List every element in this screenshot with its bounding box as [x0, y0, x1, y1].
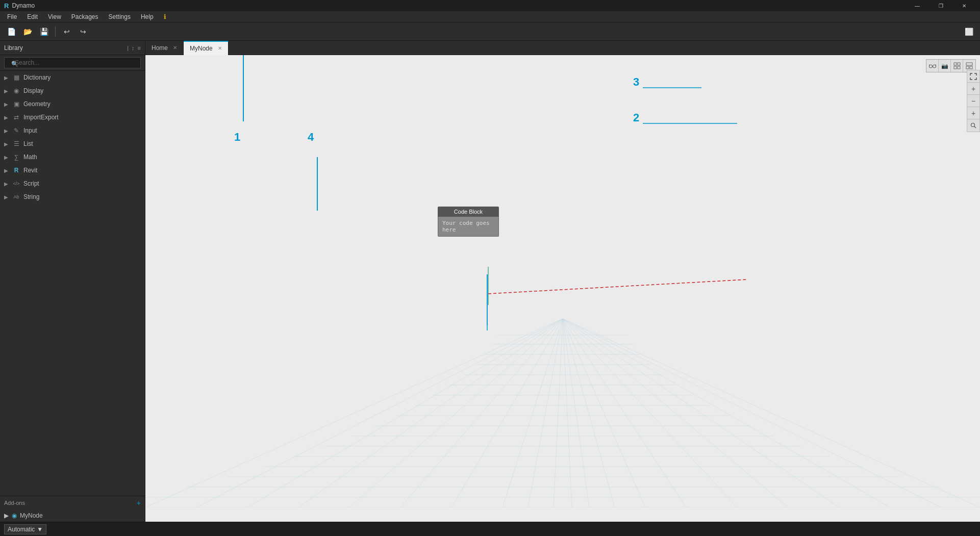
svg-rect-18 — [966, 66, 969, 69]
save-button[interactable]: 💾 — [37, 24, 51, 39]
expand-arrow: ▶ — [4, 101, 9, 107]
zoom-plus2-btn[interactable]: + — [967, 107, 979, 119]
code-block-node[interactable]: Code Block Your code goes here — [438, 207, 499, 237]
revit-icon: R — [12, 166, 20, 174]
run-mode-label: Automatic — [8, 526, 35, 533]
expand-arrow: ▶ — [4, 181, 9, 187]
redo-button[interactable]: ↪ — [76, 24, 90, 39]
sidebar-item-string[interactable]: ▶ Ab String — [0, 190, 145, 203]
sidebar-item-label: Script — [23, 180, 141, 187]
sidebar-item-display[interactable]: ▶ ◉ Display — [0, 84, 145, 97]
svg-point-9 — [933, 65, 936, 68]
math-icon: ∑ — [12, 153, 20, 161]
svg-point-8 — [929, 65, 932, 68]
svg-line-55 — [563, 319, 737, 507]
zoom-search-btn[interactable] — [967, 119, 979, 132]
svg-line-58 — [563, 319, 890, 507]
tab-home-label: Home — [152, 44, 168, 52]
expand-arrow: ▶ — [4, 88, 9, 94]
sidebar-item-importexport[interactable]: ▶ ⇄ ImportExport — [0, 111, 145, 124]
svg-line-60 — [563, 319, 980, 507]
canvas[interactable]: 1 4 2 3 Code Block Your code goes here — [145, 55, 980, 522]
svg-line-45 — [400, 319, 563, 507]
menu-file[interactable]: File — [2, 12, 22, 21]
tab-home-close[interactable]: ✕ — [173, 45, 177, 50]
search-input[interactable] — [4, 57, 141, 68]
open-button[interactable]: 📂 — [20, 24, 35, 39]
svg-rect-16 — [958, 66, 960, 69]
mynode-icon: ◉ — [12, 512, 17, 519]
minimize-button[interactable]: — — [906, 0, 929, 11]
tab-home[interactable]: Home ✕ — [145, 41, 184, 55]
svg-line-12 — [936, 64, 936, 66]
titlebar: R Dynamo — ❐ ✕ — [0, 0, 980, 11]
search-view-icon — [970, 122, 976, 129]
tab-mynode-close[interactable]: ✕ — [218, 45, 222, 51]
library-header: Library | ↕ ≡ — [0, 41, 145, 55]
run-mode-dropdown[interactable]: Automatic ▼ — [4, 524, 46, 534]
lib-icon-sort: ↕ — [132, 45, 135, 51]
sidebar-item-label: Math — [23, 154, 141, 161]
addons-header[interactable]: Add-ons + — [0, 496, 145, 509]
sidebar-item-label: Input — [23, 127, 141, 134]
sidebar-item-geometry[interactable]: ▶ ▣ Geometry — [0, 97, 145, 111]
expand-arrow: ▶ — [4, 194, 9, 200]
restore-button[interactable]: ❐ — [929, 0, 952, 11]
library-icons: | ↕ ≡ — [127, 45, 141, 51]
menu-info[interactable]: ℹ — [159, 12, 171, 21]
layout1-icon — [953, 62, 961, 69]
view-glasses-btn[interactable] — [926, 60, 939, 72]
annotation-4: 4 — [308, 131, 314, 144]
list-icon: ☰ — [12, 140, 20, 148]
statusbar: Automatic ▼ — [0, 522, 980, 536]
lib-icon-pipe: | — [127, 45, 129, 51]
tab-mynode[interactable]: MyNode ✕ — [184, 41, 229, 55]
svg-rect-14 — [958, 63, 960, 65]
zoom-fit-btn[interactable] — [967, 70, 979, 83]
fit-icon — [970, 73, 977, 80]
addons-title: Add-ons — [4, 500, 135, 506]
expand-arrow: ▶ — [4, 75, 9, 81]
library-title: Library — [4, 44, 127, 52]
menu-packages[interactable]: Packages — [66, 12, 104, 21]
svg-line-40 — [145, 319, 563, 507]
svg-line-7 — [488, 279, 747, 294]
new-button[interactable]: 📄 — [4, 24, 18, 39]
sidebar-item-input[interactable]: ▶ ✎ Input — [0, 124, 145, 137]
sidebar-item-math[interactable]: ▶ ∑ Math — [0, 150, 145, 164]
input-icon: ✎ — [12, 126, 20, 135]
sidebar-item-label: Revit — [23, 167, 141, 174]
sidebar-item-revit[interactable]: ▶ R Revit — [0, 164, 145, 177]
menu-edit[interactable]: Edit — [22, 12, 43, 21]
sidebar-item-label: Display — [23, 87, 141, 94]
menu-settings[interactable]: Settings — [104, 12, 136, 21]
sidebar-item-dictionary[interactable]: ▶ ▦ Dictionary — [0, 71, 145, 84]
zoom-out-btn[interactable]: − — [967, 95, 979, 107]
node-header: Code Block — [438, 207, 499, 217]
search-wrapper: 🔍 — [4, 57, 141, 68]
sidebar-item-label: Dictionary — [23, 74, 141, 81]
sidebar-item-label: String — [23, 193, 141, 200]
view-layout1-btn[interactable] — [951, 60, 963, 72]
sidebar-item-script[interactable]: ▶ </> Script — [0, 177, 145, 190]
importexport-icon: ⇄ — [12, 113, 20, 121]
expand-arrow: ▶ — [4, 155, 9, 160]
close-button[interactable]: ✕ — [952, 0, 976, 11]
svg-line-57 — [563, 319, 839, 507]
menu-help[interactable]: Help — [136, 12, 159, 21]
node-body[interactable]: Your code goes here — [438, 217, 499, 237]
geometry-icon: ▣ — [12, 100, 20, 108]
addons-plus-icon[interactable]: + — [137, 499, 141, 507]
layout2-icon — [966, 62, 973, 69]
expand-button[interactable]: ⬜ — [962, 24, 976, 39]
expand-arrow: ▶ — [4, 168, 9, 173]
menu-view[interactable]: View — [43, 12, 66, 21]
undo-button[interactable]: ↩ — [60, 24, 74, 39]
view-camera-btn[interactable]: 📷 — [939, 60, 951, 72]
expand-arrow: ▶ — [4, 115, 9, 120]
zoom-in-btn[interactable]: + — [967, 83, 979, 95]
sidebar-item-list[interactable]: ▶ ☰ List — [0, 137, 145, 150]
addon-item-mynode[interactable]: ▶ ◉ MyNode — [0, 509, 145, 522]
annotation-3: 3 — [633, 75, 639, 89]
expand-arrow: ▶ — [4, 512, 9, 519]
